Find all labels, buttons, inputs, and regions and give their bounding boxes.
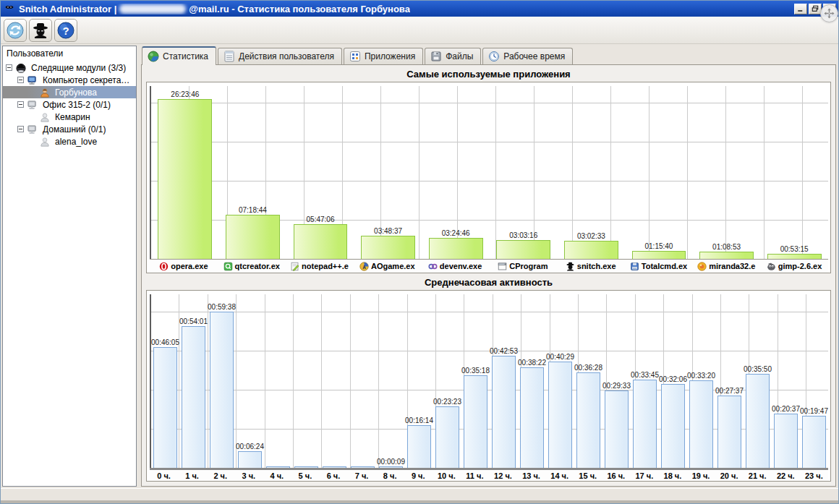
bar-value-label: 00:16:14 [405,417,433,424]
qt-icon [223,262,233,271]
x-axis-label-text: 5 ч. [299,471,312,480]
user-icon [39,87,51,98]
collapse-toggle-icon[interactable] [17,77,24,83]
x-axis-label-text: 16 ч. [607,471,625,480]
collapse-toggle-icon[interactable] [17,101,24,108]
x-axis-label-text: snitch.exe [577,262,616,270]
bar-value-label: 00:06:24 [236,443,264,450]
refresh-icon [7,22,24,39]
x-axis-label-text: notepad++.e [302,262,349,270]
bar [576,372,601,468]
tree-item-label: Домашний (0/1) [41,124,108,134]
chart-column: 00:33:45 [631,294,659,468]
window-title-prefix: Snitch Administrator | [19,4,116,14]
tab-grid[interactable]: Приложения [344,48,423,64]
refresh-button[interactable] [4,19,27,42]
collapse-toggle-icon[interactable] [17,126,24,132]
x-axis-label: devenv.exe [421,260,489,273]
x-axis-label: 17 ч. [630,470,658,481]
tree-item-компьютер-секрета-[interactable]: Компьютер секрета… [3,74,136,86]
x-axis-label: 10 ч. [433,470,461,481]
bar-value-label: 00:36:28 [574,364,602,372]
tree-item-alena-love[interactable]: alena_love [3,135,136,148]
tab-disk[interactable]: Файлы [425,48,481,64]
tree-item-офис-315-2-0-1-[interactable]: Офис 315-2 (0/1) [3,98,136,111]
x-axis-label: 15 ч. [574,470,602,481]
bar [717,396,742,468]
bar-value-label: 05:47:06 [307,215,335,223]
x-axis-label: CProgram [489,260,557,273]
collapse-toggle-icon[interactable] [6,64,12,71]
bar-value-label: 26:23:46 [171,90,199,98]
statistics-tab-page: Самые используемые приложения 26:23:4607… [141,64,836,487]
main-area: Пользователи Следящие модули (3/3)Компью… [1,45,838,488]
x-axis-label: 0 ч. [150,470,178,481]
chart-column [264,294,292,468]
chart-column: 00:33:20 [687,294,715,468]
x-axis-label-text: 17 ч. [636,471,654,480]
bar [238,451,263,468]
x-axis-label: 22 ч. [772,470,800,481]
x-axis-label-text: 15 ч. [579,471,597,480]
spy-button[interactable] [29,19,52,42]
chart-columns: 00:46:0500:54:0100:59:3800:06:2400:00:09… [151,294,828,468]
spy-icon [32,22,49,39]
help-button[interactable]: ? [54,19,77,42]
bar-value-label: 00:19:47 [800,407,828,415]
x-axis-label-text: 0 ч. [157,471,171,480]
tree-item-кемарин[interactable]: Кемарин [3,111,136,123]
x-axis-label: 18 ч. [658,470,686,481]
x-axis-label-text: 4 ч. [271,471,284,480]
x-axis-label: 21 ч. [744,470,772,481]
minimize-button[interactable] [794,4,807,14]
x-axis-label-text: 6 ч. [327,471,341,480]
bar-value-label: 00:20:37 [772,405,800,413]
bar [689,380,714,468]
tab-pie[interactable]: Статистика [142,46,216,65]
bar [464,375,488,468]
tab-list[interactable]: Действия пользователя [218,48,342,64]
tree-item-горбунова[interactable]: Горбунова [3,86,136,98]
bar-value-label: 00:53:15 [780,245,809,253]
window-title-suffix: @mail.ru - Статистика пользователя Горбу… [189,4,410,14]
x-axis-label: 5 ч. [291,470,319,481]
users-panel-header: Пользователи [3,46,136,61]
bar-value-label: 00:35:50 [744,365,772,373]
tab-label: Статистика [163,51,208,61]
users-tree: Следящие модули (3/3)Компьютер секрета…Г… [3,61,136,486]
x-axis-label-text: qtcreator.ex [235,262,280,270]
window-controls [794,4,836,14]
redacted-email [119,4,186,14]
x-axis-label-text: 23 ч. [805,471,823,480]
bar-value-label: 00:35:18 [461,367,490,375]
x-axis-label: 20 ч. [715,470,744,481]
hourly-activity-chart-title: Среднечасовая активность [146,276,831,290]
bar-value-label: 00:29:33 [602,382,631,390]
bar [361,236,415,259]
aogame-icon: A [359,262,369,271]
list-icon [223,51,235,62]
move-resize-badge[interactable] [820,4,838,22]
app-usage-section: Самые используемые приложения 26:23:4607… [146,67,831,273]
devenv-icon [428,262,438,271]
bar-value-label: 07:18:44 [239,206,267,214]
tree-item-label: Кемарин [53,112,93,122]
bar [564,241,618,259]
bar-value-label: 00:00:09 [377,458,405,466]
tree-item-label: Компьютер секрета… [41,75,132,85]
x-axis-label-text: CProgram [509,262,548,270]
x-axis-label: qtcreator.ex [218,260,286,273]
chart-column: 03:48:37 [354,86,422,259]
x-axis-label-text: 13 ч. [522,471,540,480]
bar-value-label: 00:42:53 [490,347,518,355]
chart-column: 00:35:18 [461,294,490,468]
chart-column: 00:06:24 [236,294,264,468]
tab-label: Действия пользователя [239,51,334,61]
x-axis-label-text: Totalcmd.ex [642,262,687,270]
tree-item-домашний-0-1-[interactable]: Домашний (0/1) [3,123,136,135]
tree-item-следящие-модули-3-3-[interactable]: Следящие модули (3/3) [3,61,136,74]
titlebar: Snitch Administrator | @mail.ru - Статис… [1,1,838,17]
tab-clock[interactable]: Рабочее время [482,48,573,64]
bar-value-label: 00:33:20 [687,372,715,380]
x-axis-label: 2 ч. [206,470,234,481]
